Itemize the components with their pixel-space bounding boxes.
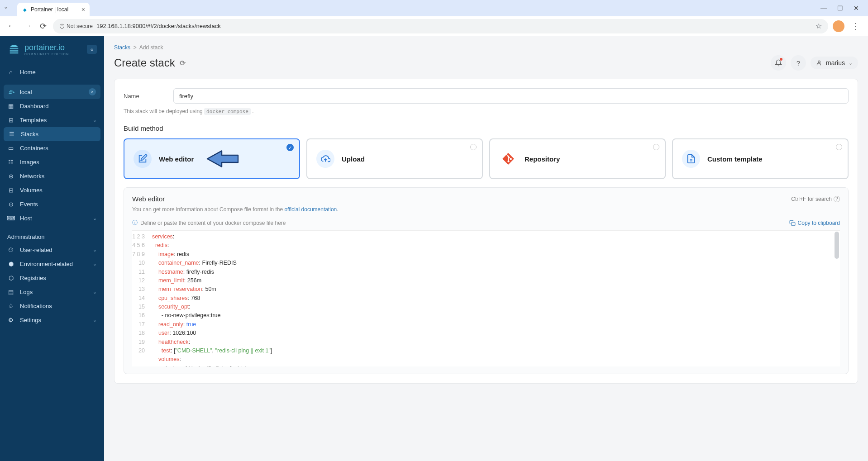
bookmark-star-icon[interactable]: ☆ [816,22,822,30]
page-title: Create stack ⟳ [114,57,186,69]
admin-heading: Administration [0,228,104,243]
minimize-icon[interactable]: — [819,5,828,12]
code-editor[interactable]: 1 2 3 4 5 6 7 8 9 10 11 12 13 14 15 16 1… [132,230,840,366]
user-menu[interactable]: marius ⌄ [811,57,858,69]
nav-icon: ☰ [8,131,15,138]
back-icon[interactable]: ← [5,19,17,33]
radio-icon [836,144,842,150]
nav-icon: ⬢ [7,261,14,267]
browser-tab[interactable]: ◆ Portainer | local × [17,3,90,16]
sidebar-item-containers[interactable]: ▭Containers [0,141,104,155]
sidebar-item-stacks[interactable]: ☰Stacks [4,127,100,141]
sidebar-item-volumes[interactable]: ⊟Volumes [0,183,104,197]
chevron-down-icon: ⌄ [93,317,97,323]
tab-title: Portainer | local [31,6,68,13]
sidebar-item-networks[interactable]: ⊛Networks [0,169,104,183]
tile-upload[interactable]: Upload [306,138,483,179]
line-numbers: 1 2 3 4 5 6 7 8 9 10 11 12 13 14 15 16 1… [132,231,150,357]
nav-icon: ▭ [7,145,14,152]
breadcrumb-current: Add stack [139,44,163,51]
docker-icon [8,89,15,95]
sidebar-item-logs[interactable]: ▤Logs⌄ [0,285,104,299]
radio-icon [470,144,477,150]
build-method-tiles: Web editor ✓ Upload [124,138,849,179]
info-icon: ⓘ [132,219,138,227]
reload-icon[interactable]: ⟳ [38,19,48,33]
nav-icon: ☷ [7,159,14,166]
sidebar-item-images[interactable]: ☷Images [0,155,104,169]
profile-avatar[interactable] [833,20,844,32]
code-content[interactable]: services: redis: image: redis container_… [152,231,840,366]
editor-scrollbar[interactable] [835,232,839,259]
main-content: Stacks > Add stack Create stack ⟳ ? mari… [104,36,868,461]
sidebar-item-settings[interactable]: ⚙Settings⌄ [0,313,104,327]
nav-icon: ⊞ [7,117,14,124]
browser-titlebar: ⌄ ◆ Portainer | local × — ☐ ✕ [0,0,868,16]
check-icon: ✓ [286,144,294,151]
tile-custom-template[interactable]: Custom template [672,138,849,179]
sidebar-collapse-button[interactable]: « [87,45,97,54]
sidebar-item-dashboard[interactable]: ▦Dashboard [0,99,104,113]
tile-repository[interactable]: Repository [489,138,666,179]
help-icon[interactable]: ? [791,55,806,71]
git-icon [499,150,517,168]
env-close-icon[interactable]: × [89,88,96,95]
breadcrumb: Stacks > Add stack [114,44,858,51]
notifications-icon[interactable] [771,55,786,71]
build-method-heading: Build method [124,124,849,132]
web-editor-panel: Web editor Ctrl+F for search ? You can g… [124,187,849,374]
editor-placeholder-hint: ⓘ Define or paste the content of your do… [132,219,286,227]
maximize-icon[interactable]: ☐ [835,5,844,12]
tab-close-icon[interactable]: × [81,6,85,13]
svg-point-0 [818,61,820,63]
nav-icon: ⬡ [7,275,14,281]
sidebar-item-registries[interactable]: ⬡Registries [0,271,104,285]
search-hint: Ctrl+F for search ? [791,196,840,202]
sidebar-item-host[interactable]: ⌨Host⌄ [0,211,104,225]
logo-subtext: COMMUNITY EDITION [24,52,69,56]
chevron-down-icon: ⌄ [849,60,853,66]
copy-icon [789,220,796,226]
not-secure-badge: Not secure [59,23,93,29]
tile-web-editor[interactable]: Web editor ✓ [124,138,300,179]
tab-dropdown-icon[interactable]: ⌄ [4,4,8,10]
browser-menu-icon[interactable]: ⋮ [849,21,863,31]
nav-icon: ▦ [7,103,14,109]
editor-subhint: You can get more information about Compo… [132,206,840,213]
forward-icon[interactable]: → [22,19,33,33]
editor-title: Web editor [132,195,165,203]
help-icon[interactable]: ? [834,196,840,202]
sidebar-home[interactable]: ⌂ Home [0,65,104,79]
address-bar[interactable]: Not secure 192.168.1.18:9000/#!/2/docker… [53,19,828,33]
radio-icon [653,144,659,150]
pencil-icon [134,150,152,168]
sidebar-item-user-related[interactable]: ⚇User-related⌄ [0,243,104,257]
nav-icon: ⊛ [7,173,14,180]
browser-toolbar: ← → ⟳ Not secure 192.168.1.18:9000/#!/2/… [0,16,868,36]
logo-text: portainer.io [24,43,69,52]
favicon-icon: ◆ [22,6,28,13]
name-input[interactable] [173,88,849,104]
chevron-down-icon: ⌄ [93,117,97,123]
nav-icon: ▤ [7,289,14,295]
user-icon [816,60,822,66]
breadcrumb-stacks[interactable]: Stacks [114,44,130,51]
logo: portainer.io COMMUNITY EDITION « [0,36,104,62]
refresh-icon[interactable]: ⟳ [180,59,186,67]
sidebar: portainer.io COMMUNITY EDITION « ⌂ Home … [0,36,104,461]
close-icon[interactable]: ✕ [852,5,861,12]
stack-form-card: Name This stack will be deployed using d… [114,79,858,384]
deploy-hint: This stack will be deployed using docker… [124,108,849,114]
sidebar-item-notifications[interactable]: ♤Notifications [0,299,104,313]
docs-link[interactable]: official documentation [284,206,337,213]
sidebar-item-environment-related[interactable]: ⬢Environment-related⌄ [0,257,104,271]
copy-to-clipboard-button[interactable]: Copy to clipboard [789,220,840,226]
sidebar-environment[interactable]: local × [4,85,100,99]
upload-icon [316,150,334,168]
sidebar-item-templates[interactable]: ⊞Templates⌄ [0,113,104,127]
chevron-down-icon: ⌄ [93,289,97,295]
chevron-down-icon: ⌄ [93,261,97,267]
nav-icon: ⚇ [7,247,14,253]
sidebar-item-events[interactable]: ⊙Events [0,197,104,211]
nav-icon: ⊟ [7,187,14,194]
